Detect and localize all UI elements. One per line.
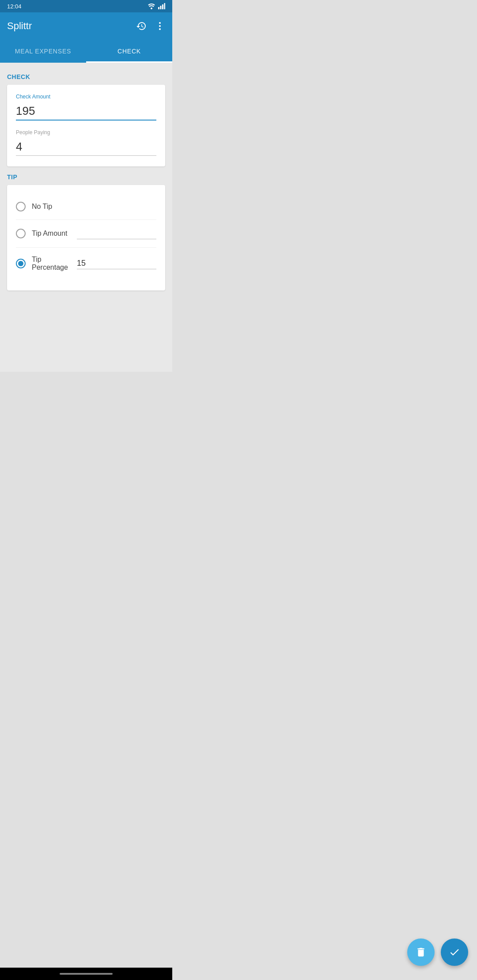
tip-percentage-label: Tip Percentage [32,256,72,271]
svg-rect-1 [158,7,159,9]
no-tip-label: No Tip [32,203,156,211]
svg-point-6 [159,25,161,27]
no-tip-radio[interactable] [16,202,26,211]
tip-amount-input[interactable] [77,228,156,239]
people-paying-input[interactable] [16,138,156,156]
tip-section-label: TIP [7,173,165,181]
tab-check[interactable]: CHECK [86,40,172,63]
check-amount-label: Check Amount [16,94,156,100]
svg-rect-4 [164,3,166,9]
check-amount-group: Check Amount [16,94,156,121]
svg-point-0 [151,8,152,9]
status-time: 12:04 [7,3,22,10]
app-bar: Splittr [0,12,172,40]
svg-point-5 [159,22,161,24]
tabs: MEAL EXPENSES CHECK [0,40,172,63]
more-button[interactable] [155,21,165,31]
people-paying-group: People Paying [16,129,156,156]
no-tip-option[interactable]: No Tip [16,194,156,220]
people-paying-label: People Paying [16,129,156,136]
tip-percentage-input[interactable] [77,258,156,269]
tip-percentage-radio[interactable] [16,259,26,268]
tip-amount-radio[interactable] [16,229,26,238]
check-amount-input[interactable] [16,102,156,121]
more-icon [155,21,165,31]
app-bar-actions [136,21,165,31]
svg-rect-3 [162,4,163,9]
status-bar: 12:04 [0,0,172,12]
check-section-label: CHECK [7,73,165,80]
content-area: CHECK Check Amount People Paying TIP No … [0,63,172,372]
tab-meal-expenses[interactable]: MEAL EXPENSES [0,40,86,63]
app-title: Splittr [7,20,32,32]
check-card: Check Amount People Paying [7,85,165,166]
tip-amount-label: Tip Amount [32,230,72,237]
svg-rect-2 [160,6,162,9]
tip-amount-option[interactable]: Tip Amount [16,220,156,248]
svg-point-7 [159,28,161,30]
history-button[interactable] [136,21,147,31]
wifi-icon [148,3,155,9]
signal-icon [158,3,165,9]
status-icons [148,3,165,9]
history-icon [136,21,147,31]
tip-card: No Tip Tip Amount Tip Percentage [7,185,165,290]
tip-percentage-option[interactable]: Tip Percentage [16,248,156,280]
